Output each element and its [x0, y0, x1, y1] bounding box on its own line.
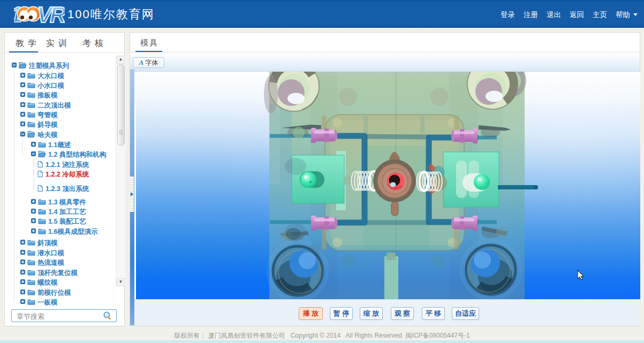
- svg-text:VR: VR: [37, 2, 65, 26]
